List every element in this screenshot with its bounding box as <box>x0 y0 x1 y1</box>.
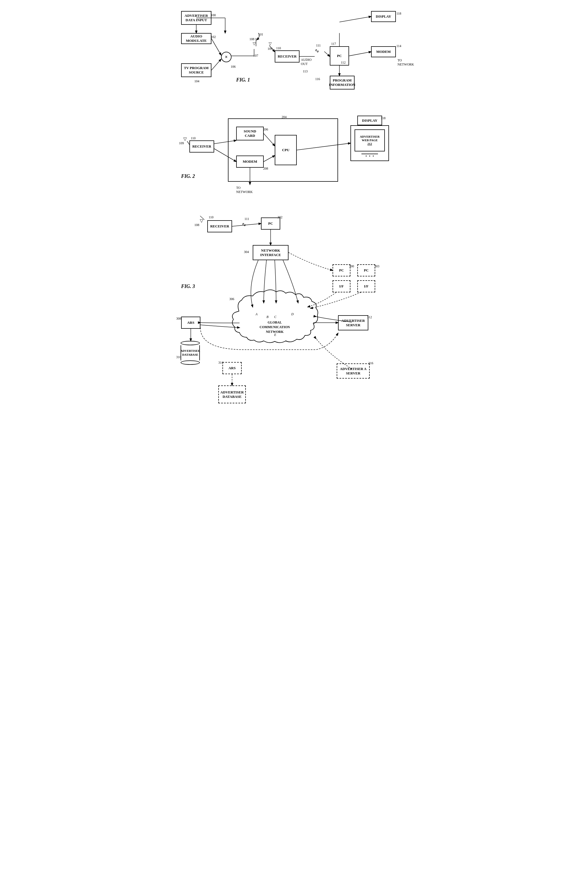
figure-3: ╲ ▽ 108 RECEIVER 110 ∿ 111 PC 302 NETWOR… <box>176 209 412 424</box>
svg-text:E: E <box>274 333 276 337</box>
svg-line-13 <box>349 52 371 56</box>
cyl-body: ADVERTISERDATABASE <box>180 345 200 361</box>
svg-line-15 <box>187 141 189 145</box>
antenna-108-fig3: ▽ <box>200 218 203 223</box>
box-advertiser-server: ADVERTISERSERVER <box>338 315 368 331</box>
monitor-stand <box>362 152 378 154</box>
svg-line-2 <box>211 59 221 70</box>
label-316: 316 <box>368 361 373 365</box>
monitor-dots: ●●● <box>366 155 374 157</box>
box-advertiser-data-input: ADVERTISERDATA INPUT <box>181 11 211 25</box>
fig3-label: FIG. 3 <box>181 284 195 289</box>
label-208: 208 <box>263 167 268 171</box>
antenna-109: ▽ <box>269 41 272 46</box>
figure-2: ▽ 109 RECEIVER 110 204 SOUNDCARD 206 MOD… <box>176 113 412 201</box>
svg-text:C: C <box>274 315 277 319</box>
label-106: 106 <box>231 65 236 69</box>
label-110: 110 <box>276 46 281 51</box>
svg-text:B: B <box>266 315 269 319</box>
label-118: 118 <box>396 12 401 16</box>
label-112: 112 <box>341 61 346 65</box>
fig3-cloud-svg: GLOBAL COMMUNICATION NETWORK 306 A B C D… <box>176 209 412 424</box>
monitor-screen: ADVERTISERWEB PAGE 212 <box>354 130 385 151</box>
svg-line-31 <box>232 223 261 226</box>
label-308: 308 <box>176 317 181 321</box>
box-pc-303: PC <box>357 264 375 276</box>
box-network-interface: NETWORKINTERFACE <box>253 245 289 260</box>
label-114: 114 <box>396 44 401 48</box>
label-204: 204 <box>281 115 287 119</box>
label-300: 300 <box>349 264 354 268</box>
box-pc-300: PC <box>332 264 350 276</box>
box-receiver-fig3: RECEIVER <box>207 220 232 232</box>
fig1-label: FIG. 1 <box>236 77 250 83</box>
box-tv-program-source: TV PROGRAMSOURCE <box>181 63 211 77</box>
box-display-fig2: DISPLAY <box>357 116 382 125</box>
svg-text:306: 306 <box>229 297 234 301</box>
box-modem-fig2: MODEM <box>236 156 264 168</box>
label-109: 109 <box>268 47 272 51</box>
box-ars-fig3: ARS <box>181 317 200 329</box>
label-303: 303 <box>374 264 380 268</box>
box-receiver-fig1: RECEIVER <box>275 51 299 63</box>
antenna-109-fig2: ▽ <box>183 136 187 142</box>
figure-1: ADVERTISERDATA INPUT 100 AUDIO MODULATE … <box>176 6 412 104</box>
label-104: 104 <box>194 79 199 83</box>
label-111: 111 <box>316 43 321 48</box>
box-program-information: PROGRAMINFORMATION <box>330 76 354 89</box>
box-pc-fig1: PC <box>330 46 349 66</box>
label-116: 116 <box>315 77 320 81</box>
monitor-fig2: ADVERTISERWEB PAGE 212 ●●● <box>350 125 389 161</box>
label-109-fig2: 109 <box>179 141 184 145</box>
label-111-fig3: 111 <box>244 217 249 221</box>
svg-line-12 <box>339 16 371 22</box>
waveform-111: ∿ <box>315 47 319 54</box>
box-audio-modulate: AUDIO MODULATE <box>181 33 211 44</box>
multiplier-circle: × <box>221 52 232 62</box>
to-network-fig2: TONETWORK <box>236 186 253 194</box>
label-304: 304 <box>244 250 249 254</box>
svg-line-10 <box>324 52 330 57</box>
adv-web-label: ADVERTISERWEB PAGE <box>360 135 380 142</box>
label-314: 314 <box>218 361 223 365</box>
antenna-108: ▽ <box>253 41 256 46</box>
label-100: 100 <box>211 13 216 17</box>
label-108-fig3: 108 <box>194 223 199 227</box>
svg-text:GLOBAL: GLOBAL <box>268 320 281 324</box>
label-108: 108 <box>249 37 255 41</box>
label-101: 101 <box>258 33 263 37</box>
box-adv-db2: ADVERTISERDATABASE <box>218 386 246 403</box>
label-310: 310 <box>176 355 181 359</box>
label-302: 302 <box>277 215 283 219</box>
label-113: 113 <box>303 69 308 73</box>
cylinder-adv-db: ADVERTISERDATABASE <box>180 341 200 365</box>
waveform-fig3: ∿ <box>242 221 246 228</box>
label-102: 102 <box>211 35 216 39</box>
label-206: 206 <box>263 128 268 132</box>
box-ars2: ARS <box>222 362 242 374</box>
patent-diagrams: ADVERTISERDATA INPUT 100 AUDIO MODULATE … <box>176 6 412 424</box>
box-cpu: CPU <box>275 135 297 165</box>
label-110-fig3: 110 <box>208 215 214 219</box>
box-advertiser-a-server: ADVERTISER ASERVER <box>337 363 370 378</box>
label-107: 107 <box>253 54 258 58</box>
box-receiver-fig2: RECEIVER <box>189 140 214 152</box>
box-if-303: I/F <box>357 280 375 292</box>
label-110-fig2: 110 <box>191 136 196 140</box>
box-sound-card: SOUNDCARD <box>236 127 264 140</box>
svg-text:D: D <box>291 312 294 316</box>
label-118-fig2: 118 <box>381 116 386 120</box>
svg-line-1 <box>211 39 221 55</box>
label-117: 117 <box>331 42 336 46</box>
svg-text:NETWORK: NETWORK <box>266 330 284 334</box>
box-display-fig1: DISPLAY <box>371 11 396 22</box>
to-network-fig1: TO NETWORK <box>397 58 414 67</box>
cyl-bottom <box>180 361 200 365</box>
cyl-top <box>180 341 200 345</box>
label-audio-out: AUDIOOUT <box>301 58 312 66</box>
svg-text:COMMUNICATION: COMMUNICATION <box>260 325 290 329</box>
box-if-300: I/F <box>332 280 350 292</box>
svg-text:A: A <box>255 312 258 316</box>
label-312: 312 <box>367 315 372 319</box>
fig2-label: FIG. 2 <box>181 173 195 179</box>
